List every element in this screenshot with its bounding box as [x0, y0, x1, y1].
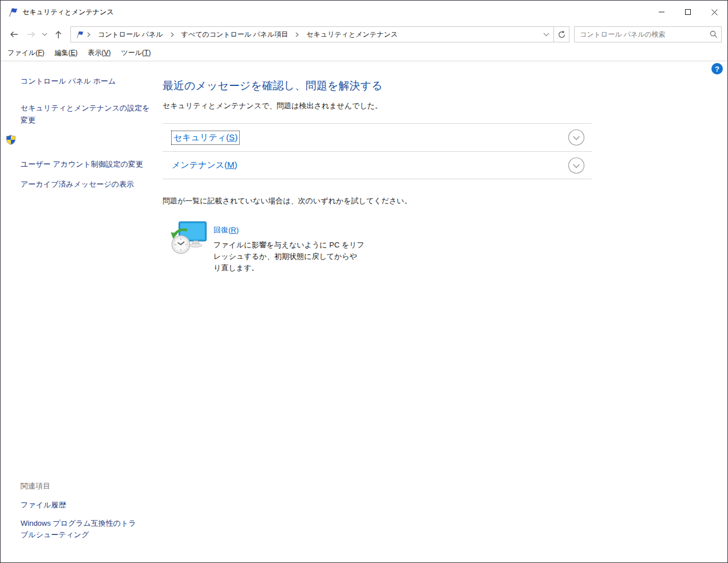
sidebar-item-change-uac[interactable]: ユーザー アカウント制御設定の変更 — [1, 134, 163, 170]
up-arrow-icon — [54, 30, 63, 40]
recent-pages-dropdown[interactable] — [39, 26, 50, 43]
forward-button[interactable] — [22, 26, 39, 43]
breadcrumb-separator-icon — [84, 30, 93, 39]
search-icon[interactable] — [710, 30, 718, 38]
security-expander-link[interactable]: セキュリティ(S) — [172, 131, 239, 144]
troubleshoot-hint-text: 問題が一覧に記載されていない場合は、次のいずれかを試してください。 — [163, 196, 592, 206]
page-title: 最近のメッセージを確認し、問題を解決する — [163, 78, 592, 93]
search-input[interactable] — [580, 30, 710, 38]
address-dropdown-button[interactable] — [539, 27, 553, 42]
navigation-toolbar: コントロール パネル すべてのコントロール パネル項目 セキュリティとメンテナン… — [1, 23, 727, 45]
recovery-text-block: 回復(R) ファイルに影響を与えないように PC をリフ レッシュするか、初期状… — [213, 221, 365, 274]
search-box[interactable] — [574, 26, 722, 42]
refresh-button[interactable] — [554, 26, 569, 42]
maintenance-expand-button[interactable] — [568, 157, 585, 174]
sidebar-task-links: コントロール パネル ホーム セキュリティとメンテナンスの設定を 変更 ユーザ — [1, 61, 163, 190]
sidebar: コントロール パネル ホーム セキュリティとメンテナンスの設定を 変更 ユーザ — [1, 61, 163, 562]
message-sections: セキュリティ(S) メンテナンス(M) — [163, 123, 592, 179]
titlebar: セキュリティとメンテナンス — [1, 1, 727, 23]
security-expand-button[interactable] — [568, 129, 585, 146]
status-message: セキュリティとメンテナンスで、問題は検出されませんでした。 — [163, 101, 592, 111]
minimize-button[interactable] — [648, 1, 675, 23]
window-controls — [648, 1, 727, 23]
sidebar-item-change-settings[interactable]: セキュリティとメンテナンスの設定を 変更 — [1, 102, 163, 126]
main-pane: 最近のメッセージを確認し、問題を解決する セキュリティとメンテナンスで、問題は検… — [163, 61, 592, 274]
sidebar-item-control-panel-home[interactable]: コントロール パネル ホーム — [1, 75, 163, 87]
breadcrumb-separator-icon — [168, 30, 177, 39]
recovery-item: 回復(R) ファイルに影響を与えないように PC をリフ レッシュするか、初期状… — [170, 221, 592, 274]
security-flag-icon — [7, 6, 18, 18]
maximize-button[interactable] — [675, 1, 701, 23]
sidebar-item-label: ユーザー アカウント制御設定の変更 — [21, 160, 143, 168]
menu-tools[interactable]: ツール(T) — [116, 45, 156, 61]
address-bar[interactable]: コントロール パネル すべてのコントロール パネル項目 セキュリティとメンテナン… — [70, 26, 554, 42]
back-button[interactable] — [5, 26, 22, 43]
maintenance-section-row: メンテナンス(M) — [163, 151, 592, 179]
uac-shield-icon — [6, 135, 16, 145]
menu-file[interactable]: ファイル(F) — [2, 45, 49, 61]
security-section-row: セキュリティ(S) — [163, 123, 592, 151]
chevron-down-circle-icon — [568, 129, 585, 146]
breadcrumb-security-maintenance[interactable]: セキュリティとメンテナンス — [302, 27, 402, 42]
close-button[interactable] — [701, 1, 727, 23]
sidebar-item-file-history[interactable]: ファイル履歴 — [1, 499, 163, 511]
menu-edit[interactable]: 編集(E) — [49, 45, 82, 61]
window-title: セキュリティとメンテナンス — [22, 7, 114, 17]
maximize-icon — [685, 9, 691, 15]
forward-arrow-icon — [26, 30, 36, 39]
recovery-link[interactable]: 回復(R) — [213, 225, 239, 235]
chevron-down-circle-icon — [568, 157, 585, 174]
close-icon — [711, 9, 718, 16]
question-mark-icon: ? — [715, 65, 719, 73]
breadcrumb-all-items[interactable]: すべてのコントロール パネル項目 — [177, 27, 293, 42]
up-button[interactable] — [50, 26, 67, 43]
related-items-header: 関連項目 — [1, 481, 163, 491]
menu-view[interactable]: 表示(V) — [82, 45, 116, 61]
refresh-icon — [557, 30, 566, 39]
maintenance-expander-link[interactable]: メンテナンス(M) — [172, 160, 238, 171]
content-area: ? コントロール パネル ホーム セキュリティとメンテナンスの設定を 変更 — [1, 61, 727, 562]
breadcrumb-flag-icon — [75, 30, 84, 39]
sidebar-related-links: 関連項目 ファイル履歴 Windows プログラム互換性のトラ ブルシューティン… — [1, 481, 163, 548]
recovery-description: ファイルに影響を与えないように PC をリフ レッシュするか、初期状態に戻してか… — [213, 239, 365, 274]
sidebar-item-compatibility-troubleshooter[interactable]: Windows プログラム互換性のトラ ブルシューティング — [1, 518, 163, 541]
breadcrumb-control-panel[interactable]: コントロール パネル — [93, 27, 168, 42]
breadcrumb-separator-icon — [292, 30, 302, 39]
minimize-icon — [658, 9, 665, 15]
back-arrow-icon — [9, 30, 19, 39]
chevron-down-icon — [543, 33, 549, 37]
chevron-down-icon — [42, 33, 48, 36]
security-and-maintenance-window: セキュリティとメンテナンス — [0, 0, 728, 563]
recovery-icon — [170, 221, 208, 255]
menu-bar: ファイル(F) 編集(E) 表示(V) ツール(T) — [1, 45, 727, 61]
help-button[interactable]: ? — [711, 63, 723, 74]
sidebar-item-archived-messages[interactable]: アーカイブ済みメッセージの表示 — [1, 178, 163, 190]
